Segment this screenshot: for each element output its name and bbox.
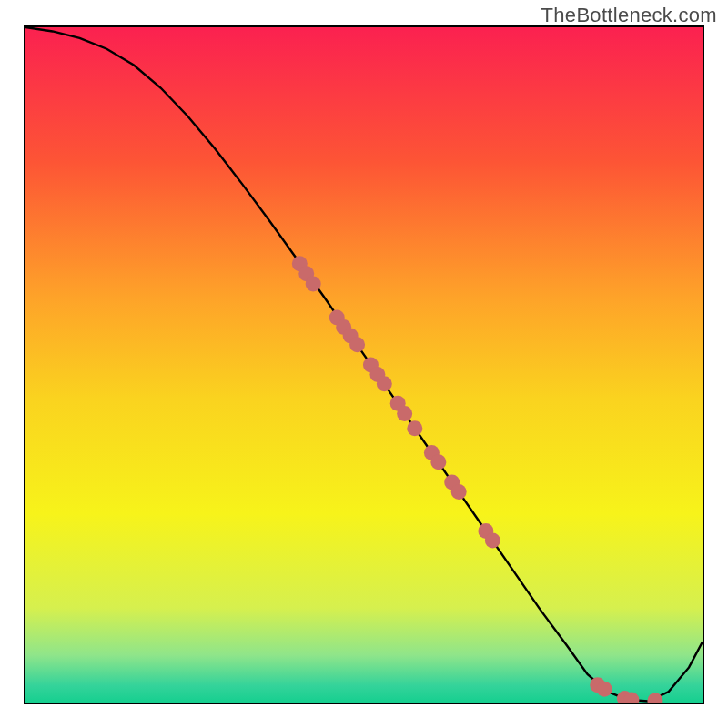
sample-marker: [377, 376, 392, 391]
watermark-text: TheBottleneck.com: [541, 4, 717, 27]
sample-marker: [430, 454, 446, 470]
sample-marker: [647, 693, 662, 703]
sample-marker: [397, 406, 412, 421]
sample-markers: [292, 256, 663, 703]
chart-root: TheBottleneck.com: [0, 0, 728, 728]
curve-overlay: [25, 27, 703, 703]
sample-marker: [349, 337, 365, 352]
plot-area: [24, 25, 704, 704]
sample-marker: [451, 484, 467, 500]
sample-marker: [485, 532, 500, 548]
sample-marker: [306, 276, 321, 291]
sample-marker: [597, 682, 612, 697]
sample-marker: [407, 420, 422, 436]
